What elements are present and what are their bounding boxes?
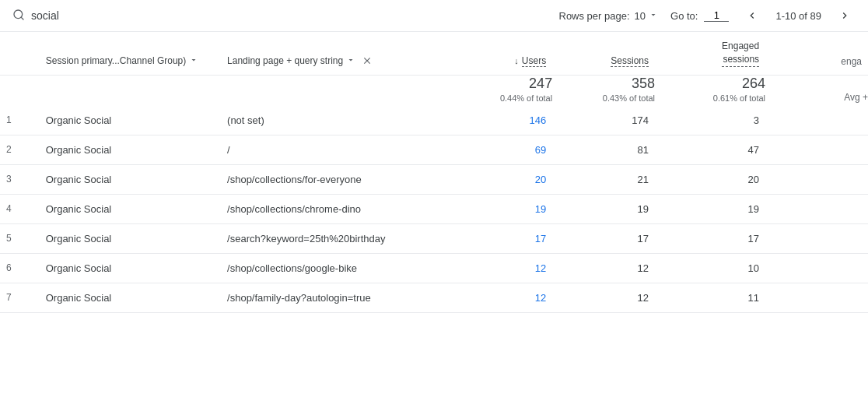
summary-sessions: 358 0.43% of total — [552, 75, 655, 106]
data-table-container: Session primary...Channel Group) Landing… — [0, 32, 868, 313]
table-row: 7Organic Social/shop/family-day?autologi… — [0, 283, 868, 312]
search-container — [12, 9, 168, 23]
row-landing: /shop/family-day?autologin=true — [221, 283, 450, 312]
summary-empty — [0, 75, 450, 106]
row-engaged: 10 — [655, 253, 765, 283]
rows-per-page-select[interactable]: 10 — [635, 10, 658, 22]
col-header-enga-partial: enga — [765, 32, 868, 75]
row-enga-partial — [765, 106, 868, 135]
row-num: 2 — [0, 135, 40, 164]
landing-dropdown-icon[interactable] — [346, 55, 355, 67]
prev-page-button[interactable] — [741, 8, 763, 23]
rows-per-page-value: 10 — [635, 10, 646, 22]
remove-landing-filter-button[interactable] — [359, 55, 376, 66]
row-sessions: 21 — [552, 164, 655, 194]
row-landing: /shop/collections/chrome-dino — [221, 194, 450, 223]
table-row: 3Organic Social/shop/collections/for-eve… — [0, 164, 868, 194]
col-header-engaged-inner[interactable]: Engagedsessions — [661, 40, 759, 67]
table-row: 5Organic Social/search?keyword=25th%20bi… — [0, 223, 868, 253]
summary-row: 247 0.44% of total 358 0.43% of total 26… — [0, 75, 868, 106]
col-header-users-inner[interactable]: ↓ Users — [456, 55, 546, 67]
row-channel: Organic Social — [40, 223, 221, 253]
summary-sessions-pct: 0.43% of total — [603, 93, 655, 103]
summary-engaged: 264 0.61% of total — [655, 75, 765, 106]
toolbar: Rows per page: 10 Go to: 1-10 of 89 — [0, 0, 868, 32]
summary-users-pct: 0.44% of total — [500, 93, 552, 103]
row-channel: Organic Social — [40, 135, 221, 164]
summary-enga-partial-value: Avg + — [844, 92, 868, 103]
users-sort-icon: ↓ — [514, 56, 519, 65]
col-header-engaged-label: Engagedsessions — [722, 40, 759, 67]
col-header-sessions-inner[interactable]: Sessions — [558, 55, 649, 67]
next-page-button[interactable] — [834, 8, 856, 23]
row-num: 5 — [0, 223, 40, 253]
row-enga-partial — [765, 223, 868, 253]
row-num: 4 — [0, 194, 40, 223]
summary-users: 247 0.44% of total — [450, 75, 552, 106]
row-sessions: 174 — [552, 106, 655, 135]
row-users: 12 — [450, 253, 552, 283]
summary-enga-partial: Avg + — [765, 75, 868, 106]
rows-per-page-label: Rows per page: — [559, 10, 630, 22]
row-enga-partial — [765, 283, 868, 312]
goto-label: Go to: — [670, 10, 698, 22]
row-users: 69 — [450, 135, 552, 164]
channel-dropdown-icon — [189, 55, 198, 67]
row-enga-partial — [765, 194, 868, 223]
row-landing: /shop/collections/google-bike — [221, 253, 450, 283]
row-landing: / — [221, 135, 450, 164]
data-table: Session primary...Channel Group) Landing… — [0, 32, 868, 313]
row-enga-partial — [765, 164, 868, 194]
table-row: 1Organic Social(not set)1461743 — [0, 106, 868, 135]
goto-input[interactable] — [704, 9, 729, 22]
search-icon — [12, 9, 25, 23]
summary-sessions-value: 358 — [632, 76, 655, 92]
row-engaged: 17 — [655, 223, 765, 253]
row-users: 17 — [450, 223, 552, 253]
row-sessions: 19 — [552, 194, 655, 223]
enga-partial-label: enga — [841, 56, 862, 67]
row-engaged: 47 — [655, 135, 765, 164]
row-num: 1 — [0, 106, 40, 135]
goto-container: Go to: — [670, 9, 729, 22]
col-header-landing: Landing page + query string — [221, 32, 450, 75]
row-landing: /search?keyword=25th%20birthday — [221, 223, 450, 253]
row-channel: Organic Social — [40, 194, 221, 223]
row-num: 3 — [0, 164, 40, 194]
row-users: 20 — [450, 164, 552, 194]
row-landing: /shop/collections/for-everyone — [221, 164, 450, 194]
col-header-landing-label: Landing page + query string — [227, 55, 343, 66]
pagination-info: 1-10 of 89 — [775, 10, 821, 22]
table-row: 4Organic Social/shop/collections/chrome-… — [0, 194, 868, 223]
col-header-users-label: Users — [522, 55, 546, 67]
row-engaged: 3 — [655, 106, 765, 135]
row-channel: Organic Social — [40, 106, 221, 135]
row-channel: Organic Social — [40, 283, 221, 312]
summary-users-value: 247 — [529, 76, 552, 92]
row-num: 6 — [0, 253, 40, 283]
row-channel: Organic Social — [40, 253, 221, 283]
row-users: 19 — [450, 194, 552, 223]
row-sessions: 12 — [552, 253, 655, 283]
rows-per-page-dropdown-icon — [649, 10, 658, 22]
search-input[interactable] — [31, 9, 124, 22]
col-header-channel: Session primary...Channel Group) — [40, 32, 221, 75]
col-header-landing-inner: Landing page + query string — [227, 55, 443, 67]
table-row: 2Organic Social/698147 — [0, 135, 868, 164]
row-landing: (not set) — [221, 106, 450, 135]
col-header-channel-inner[interactable]: Session primary...Channel Group) — [46, 55, 215, 67]
col-header-rownum — [0, 32, 40, 75]
row-users: 12 — [450, 283, 552, 312]
row-sessions: 81 — [552, 135, 655, 164]
row-enga-partial — [765, 253, 868, 283]
col-header-enga-partial-inner: enga — [772, 56, 862, 67]
table-body: 1Organic Social(not set)14617432Organic … — [0, 106, 868, 313]
rows-per-page-container: Rows per page: 10 — [559, 10, 659, 22]
col-header-engaged: Engagedsessions — [655, 32, 765, 75]
svg-line-1 — [21, 17, 23, 19]
col-header-sessions-label: Sessions — [611, 55, 649, 67]
col-header-channel-label: Session primary...Channel Group) — [46, 55, 187, 66]
summary-engaged-pct: 0.61% of total — [713, 93, 765, 103]
row-enga-partial — [765, 135, 868, 164]
summary-engaged-value: 264 — [742, 76, 765, 92]
